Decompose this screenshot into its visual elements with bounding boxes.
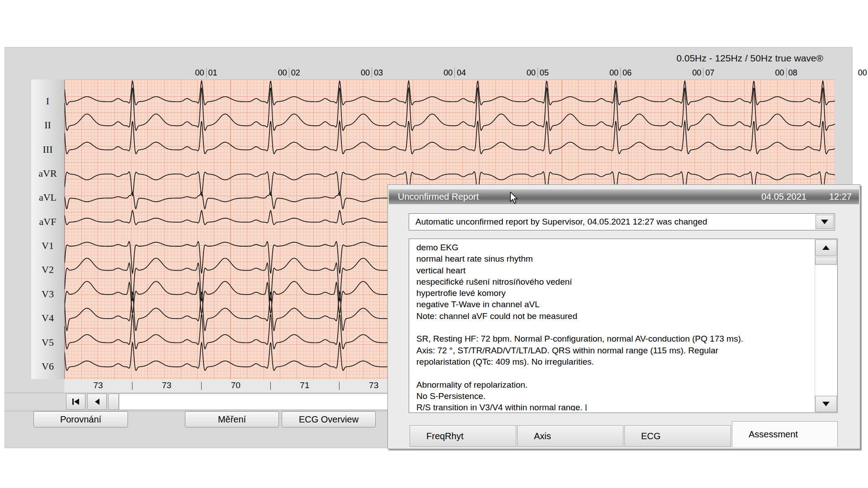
time-axis-label: 0003 <box>347 67 397 78</box>
heart-rate-tick <box>132 382 132 390</box>
porovnani-button[interactable]: Porovnání <box>33 411 128 427</box>
time-axis-label: 0006 <box>596 67 646 78</box>
time-axis-tick <box>786 68 787 78</box>
heart-rate-value: 73 <box>369 380 378 390</box>
ecg-trace-II <box>65 88 835 131</box>
lead-label-aVL: aVL <box>31 192 64 203</box>
time-axis: 000100020003000400050006000700080009 <box>64 67 835 80</box>
lead-label-column: IIIIIIaVRaVLaVFV1V2V3V4V5V6 <box>31 80 64 379</box>
time-axis-label: 0007 <box>679 67 728 78</box>
lead-label-V6: V6 <box>31 361 64 372</box>
tab-ecg[interactable]: ECG <box>624 425 731 447</box>
time-axis-tick <box>538 68 538 78</box>
heart-rate-value: 73 <box>162 380 171 390</box>
tab-freqrhyt[interactable]: FreqRhyt <box>410 425 516 447</box>
tab-assessment[interactable]: Assessment <box>732 421 838 447</box>
porovnani-button-label: Porovnání <box>60 414 101 425</box>
lead-label-V3: V3 <box>31 288 64 300</box>
ecg-trace-I <box>65 81 835 105</box>
heart-rate-tick <box>270 382 271 390</box>
time-axis-label: 0004 <box>430 67 480 78</box>
time-axis-tick <box>454 68 455 78</box>
skip-to-start-icon <box>72 398 80 405</box>
lead-label-V5: V5 <box>31 337 64 348</box>
time-axis-tick <box>372 68 372 78</box>
filter-settings-label: 0.05Hz - 125Hz / 50Hz true wave® <box>676 53 823 64</box>
ecg-overview-button-label: ECG Overview <box>299 414 359 425</box>
heart-rate-value: 73 <box>94 380 103 390</box>
time-axis-tick <box>206 68 207 78</box>
scrollbar-left-end[interactable] <box>108 394 119 410</box>
mereni-button[interactable]: Měření <box>185 411 279 427</box>
step-back-icon <box>94 398 100 405</box>
lead-label-aVR: aVR <box>31 168 64 179</box>
dialog-tabs: FreqRhytAxisECGAssessment <box>388 185 860 449</box>
time-axis-label: 0009 <box>844 67 868 78</box>
time-axis-tick <box>289 68 289 78</box>
lead-label-II: II <box>31 119 64 131</box>
time-axis-label: 0002 <box>264 67 314 78</box>
lead-label-V2: V2 <box>31 264 64 276</box>
lead-label-aVF: aVF <box>31 216 64 228</box>
time-axis-tick <box>620 68 621 78</box>
heart-rate-value: 71 <box>300 380 309 390</box>
time-axis-label: 0001 <box>181 67 231 78</box>
skip-to-start-button[interactable] <box>66 394 85 410</box>
lead-label-I: I <box>31 95 64 107</box>
tab-axis[interactable]: Axis <box>517 425 623 447</box>
lead-label-III: III <box>31 144 64 155</box>
time-axis-tick <box>703 68 703 78</box>
lead-label-V1: V1 <box>31 240 64 252</box>
step-back-button[interactable] <box>87 394 107 410</box>
heart-rate-value: 70 <box>231 380 241 390</box>
time-axis-label: 0008 <box>761 67 811 78</box>
mereni-button-label: Měření <box>218 414 246 425</box>
screen: 0.05Hz - 125Hz / 50Hz true wave® 0001000… <box>0 0 868 488</box>
lead-label-V4: V4 <box>31 312 64 324</box>
heart-rate-tick <box>201 382 202 390</box>
time-axis-label: 0005 <box>513 67 562 78</box>
unconfirmed-report-dialog: Unconfirmed Report 04.05.2021 12:27 Auto… <box>387 184 860 449</box>
ecg-overview-button[interactable]: ECG Overview <box>282 411 376 427</box>
heart-rate-tick <box>339 382 340 390</box>
mouse-cursor-icon <box>510 192 519 205</box>
